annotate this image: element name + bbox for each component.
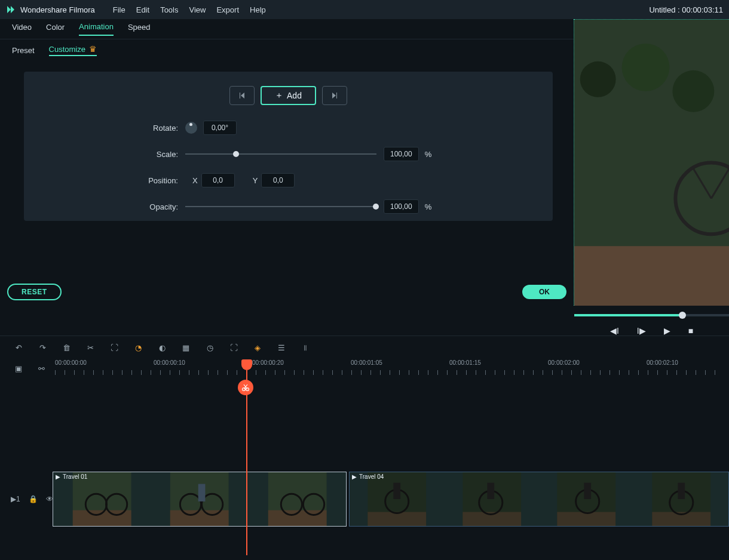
menu-edit[interactable]: Edit	[136, 5, 149, 14]
svg-rect-38	[678, 483, 685, 499]
position-y-value[interactable]: 0,0	[261, 173, 295, 187]
duration-icon[interactable]: ◷	[204, 343, 215, 353]
color-icon[interactable]: ◐	[157, 343, 167, 353]
preview-controls: ◀I I▶ ▶ ■	[574, 326, 729, 336]
project-time: 00:00:03:11	[682, 5, 723, 14]
ruler-tick-0: 00:00:00:00	[55, 359, 87, 366]
stop-button[interactable]: ■	[688, 326, 693, 336]
menu-export[interactable]: Export	[216, 5, 239, 14]
next-frame-button[interactable]: I▶	[637, 326, 646, 336]
tab-color[interactable]: Color	[46, 23, 65, 35]
rotate-row: Rotate: 0,00°	[48, 119, 529, 136]
clip-label-2: ▶Travel 04	[352, 473, 384, 480]
scale-unit: %	[425, 150, 432, 159]
prev-keyframe-button[interactable]	[229, 86, 255, 105]
video-track: ▶1 🔒 👁 ▶Travel 01 ▶Travel 04	[0, 472, 729, 527]
ruler-tick-4: 00:00:01:15	[449, 359, 481, 366]
ruler-tick-1: 00:00:00:10	[154, 359, 185, 366]
add-keyframe-button[interactable]: ＋Add	[261, 86, 316, 105]
track-visible-icon[interactable]: 👁	[46, 495, 53, 503]
animation-subtabs: Preset Customize ♛	[0, 39, 574, 61]
snap-icon[interactable]: ▣	[13, 363, 24, 374]
position-row: Position: X 0,0 Y 0,0	[48, 172, 529, 189]
keyframe-panel: ＋Add Rotate: 0,00° Scale: 100,00 %	[24, 72, 553, 221]
position-x-value[interactable]: 0,0	[201, 173, 235, 187]
svg-point-3	[622, 44, 670, 91]
link-icon[interactable]: ⚯	[36, 363, 47, 374]
undo-icon[interactable]: ↶	[13, 343, 24, 353]
rotate-label: Rotate:	[48, 124, 185, 133]
preview-scrubber[interactable]	[574, 314, 729, 316]
svg-rect-32	[557, 512, 615, 526]
opacity-value[interactable]: 100,00	[384, 199, 419, 214]
ruler-tick-6: 00:00:02:10	[647, 359, 678, 366]
next-keyframe-button[interactable]	[322, 86, 347, 105]
scale-row: Scale: 100,00 %	[48, 146, 529, 162]
fit-icon[interactable]: ⛶	[228, 343, 239, 353]
rotate-value[interactable]: 0,00°	[203, 121, 237, 135]
clip-travel-04[interactable]: ▶Travel 04	[349, 472, 729, 527]
ok-button[interactable]: OK	[522, 285, 566, 299]
menu-tools[interactable]: Tools	[160, 5, 178, 14]
project-info: Untitled : 00:00:03:11	[649, 5, 723, 14]
tab-animation[interactable]: Animation	[79, 22, 114, 36]
preview-image[interactable]	[574, 20, 729, 306]
keyframe-icon[interactable]: ◈	[252, 343, 263, 353]
playhead-cut-icon[interactable]	[238, 380, 253, 395]
tab-speed[interactable]: Speed	[128, 23, 151, 35]
track-lock-icon[interactable]: 🔒	[29, 495, 38, 503]
scale-value[interactable]: 100,00	[384, 147, 419, 161]
scale-slider-thumb[interactable]	[233, 151, 239, 157]
position-y-label: Y	[253, 176, 258, 185]
opacity-row: Opacity: 100,00 %	[48, 198, 529, 215]
plus-icon: ＋	[275, 90, 283, 101]
menu-file[interactable]: File	[113, 5, 125, 14]
project-label: Untitled :	[649, 5, 679, 14]
delete-icon[interactable]: 🗑	[61, 343, 72, 353]
action-bar: RESET OK	[0, 278, 574, 306]
menu-view[interactable]: View	[189, 5, 206, 14]
app-logo-icon	[6, 5, 16, 14]
audio-icon[interactable]: ⫴	[300, 343, 311, 353]
crown-icon: ♛	[89, 44, 97, 54]
tab-video[interactable]: Video	[12, 23, 32, 35]
menu-help[interactable]: Help	[250, 5, 266, 14]
svg-rect-24	[367, 512, 426, 526]
preview-scrubber-thumb[interactable]	[679, 312, 686, 319]
opacity-slider[interactable]	[185, 206, 376, 207]
svg-point-4	[672, 70, 714, 112]
preview-panel: ◀I I▶ ▶ ■	[574, 19, 729, 306]
opacity-label: Opacity:	[48, 202, 185, 211]
position-x-label: X	[192, 176, 198, 185]
reset-button[interactable]: RESET	[7, 284, 62, 300]
crop-icon[interactable]: ⛶	[109, 343, 120, 353]
svg-rect-34	[584, 483, 591, 499]
adjust-icon[interactable]: ☰	[276, 343, 287, 353]
clip-travel-01[interactable]: ▶Travel 01	[53, 472, 347, 527]
subtab-preset[interactable]: Preset	[12, 46, 35, 55]
property-tabs: Video Color Animation Speed	[0, 19, 574, 39]
timeline-ruler[interactable]: 00:00:00:00 00:00:00:10 00:00:00:20 00:0…	[55, 359, 716, 377]
redo-icon[interactable]: ↷	[37, 343, 48, 353]
ruler-ticks	[55, 370, 716, 375]
opacity-unit: %	[425, 202, 432, 211]
scale-label: Scale:	[48, 150, 185, 159]
timeline-toolbar: ↶ ↷ 🗑 ✂ ⛶ ◔ ◐ ▦ ◷ ⛶ ◈ ☰ ⫴	[0, 336, 729, 359]
subtab-customize[interactable]: Customize ♛	[49, 44, 97, 56]
scale-slider[interactable]	[185, 153, 376, 155]
position-label: Position:	[48, 176, 185, 185]
green-screen-icon[interactable]: ▦	[180, 343, 191, 353]
svg-rect-1	[574, 246, 729, 306]
app-title: Wondershare Filmora	[20, 5, 95, 14]
svg-point-2	[580, 61, 616, 97]
svg-rect-26	[393, 483, 400, 499]
speed-icon[interactable]: ◔	[133, 343, 143, 353]
prev-frame-button[interactable]: ◀I	[610, 326, 619, 336]
play-button[interactable]: ▶	[664, 326, 670, 336]
ruler-tick-3: 00:00:01:05	[351, 359, 382, 366]
opacity-slider-thumb[interactable]	[373, 204, 379, 210]
playhead[interactable]	[241, 359, 252, 370]
split-icon[interactable]: ✂	[85, 343, 96, 353]
rotate-knob[interactable]	[185, 122, 197, 134]
track-video-icon[interactable]: ▶1	[11, 495, 20, 503]
